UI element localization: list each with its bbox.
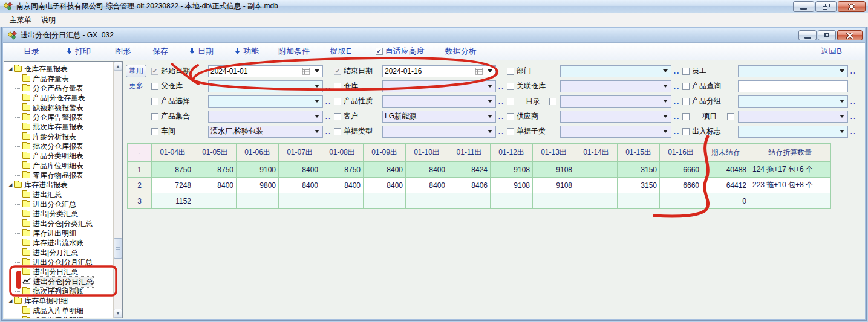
browse-dots[interactable]: .. xyxy=(496,127,507,136)
filter-checkbox-部门[interactable] xyxy=(507,68,514,75)
filter-checkbox-产品查询[interactable] xyxy=(682,83,690,90)
browse-dots[interactable]: .. xyxy=(848,112,859,121)
filter-checkbox-车间[interactable] xyxy=(151,128,158,135)
data-cell[interactable] xyxy=(194,193,237,209)
data-cell[interactable]: 7248 xyxy=(152,178,194,193)
scroll-down-icon[interactable]: ▼ xyxy=(114,309,122,318)
data-cell[interactable]: 8400 xyxy=(321,178,364,193)
dropdown-arrow-icon[interactable] xyxy=(663,130,668,133)
dropdown-arrow-icon[interactable] xyxy=(315,69,319,72)
tree-item-分仓产品存量表[interactable]: 分仓产品存量表 xyxy=(15,83,113,93)
data-cell[interactable] xyxy=(321,193,364,209)
browse-dots[interactable]: .. xyxy=(323,127,334,136)
toolbar-item-日期[interactable]: 日期 xyxy=(189,46,214,57)
browse-dots[interactable]: .. xyxy=(671,112,682,121)
data-cell[interactable]: 9108 xyxy=(533,178,575,193)
toolbar-item-目录[interactable]: 目录 xyxy=(24,46,39,57)
filter-checkbox-结束日期[interactable] xyxy=(334,68,341,75)
filter-extra-checkbox-项目[interactable] xyxy=(727,113,734,120)
filter-checkbox-目录[interactable] xyxy=(507,98,514,105)
dropdown-单据子类[interactable] xyxy=(560,126,671,138)
data-cell[interactable]: 9108 xyxy=(533,162,575,178)
data-cell[interactable]: 8750 xyxy=(321,162,364,178)
dropdown-arrow-icon[interactable] xyxy=(840,100,844,103)
dropdown-供应商[interactable] xyxy=(560,111,671,123)
dropdown-arrow-icon[interactable] xyxy=(315,100,319,103)
browse-dots[interactable]: .. xyxy=(323,97,334,106)
tree-item-进出|分类汇总[interactable]: 进出|分类汇总 xyxy=(15,209,113,219)
browse-dots[interactable]: .. xyxy=(496,112,507,121)
data-cell[interactable] xyxy=(575,178,618,193)
restore-button[interactable] xyxy=(815,1,837,12)
dropdown-产品性质[interactable] xyxy=(382,95,496,108)
tree-group-库存单据明细[interactable]: ◢库存单据明细 xyxy=(7,296,113,306)
dropdown-单据类型[interactable] xyxy=(382,126,496,138)
data-cell[interactable]: 9800 xyxy=(237,178,279,193)
toolbar-item-图形[interactable]: 图形 xyxy=(115,46,131,57)
tree-item-进出|分月汇总[interactable]: 进出|分月汇总 xyxy=(15,248,113,257)
browse-dots[interactable]: .. xyxy=(671,67,682,76)
browse-dots[interactable]: .. xyxy=(496,82,507,91)
row-number-cell[interactable]: 2 xyxy=(128,178,152,193)
child-close-button[interactable] xyxy=(837,30,863,40)
dropdown-车间[interactable]: 溧水厂,检验包装 xyxy=(208,126,323,138)
child-minimize-button[interactable] xyxy=(798,30,817,40)
data-cell[interactable]: 9100 xyxy=(237,162,279,178)
data-cell[interactable]: 8750 xyxy=(152,162,194,178)
data-cell[interactable]: 8400 xyxy=(406,178,448,193)
browse-dots[interactable]: .. xyxy=(323,82,334,91)
dropdown-父仓库[interactable] xyxy=(208,80,323,92)
data-cell[interactable]: 1152 xyxy=(152,193,194,209)
data-cell[interactable] xyxy=(406,193,448,209)
filter-checkbox-项目[interactable] xyxy=(682,113,690,120)
data-cell[interactable]: 8406 xyxy=(448,178,491,193)
dropdown-产品分组[interactable] xyxy=(738,95,848,108)
data-cell[interactable] xyxy=(533,193,575,209)
scrollbar-thumb[interactable] xyxy=(114,238,122,259)
data-cell[interactable] xyxy=(618,193,660,209)
data-cell[interactable]: 3150 xyxy=(618,162,660,178)
dropdown-arrow-icon[interactable] xyxy=(663,85,668,88)
filter-checkbox-员工[interactable] xyxy=(682,68,690,75)
data-cell[interactable]: 3150 xyxy=(618,178,660,193)
browse-dots[interactable]: .. xyxy=(848,67,859,76)
input-产品查询[interactable] xyxy=(738,80,848,92)
toolbar-item-打印[interactable]: 打印 xyxy=(66,46,91,57)
dropdown-arrow-icon[interactable] xyxy=(315,115,319,118)
toolbar-item-数据分析[interactable]: 数据分析 xyxy=(445,46,477,57)
dropdown-arrow-icon[interactable] xyxy=(663,100,668,103)
dropdown-arrow-icon[interactable] xyxy=(840,69,844,72)
date-field-起始日期[interactable]: 2024-01-01 xyxy=(208,65,323,77)
data-cell[interactable]: 8400 xyxy=(279,178,321,193)
browse-dots[interactable]: .. xyxy=(323,112,334,121)
data-cell[interactable]: 8750 xyxy=(194,162,237,178)
child-maximize-button[interactable] xyxy=(818,30,836,40)
browse-dots[interactable]: .. xyxy=(671,127,682,136)
dropdown-arrow-icon[interactable] xyxy=(488,115,492,118)
browse-dots[interactable]: .. xyxy=(496,97,507,106)
row-number-cell[interactable]: 1 xyxy=(128,162,152,178)
more-filters-link[interactable]: 更多 xyxy=(126,81,146,91)
tree-item-进出汇总[interactable]: 进出汇总 xyxy=(15,190,113,199)
browse-dots[interactable]: .. xyxy=(671,97,682,106)
toolbar-item-自适应高度[interactable]: 自适应高度 xyxy=(376,46,425,57)
data-cell[interactable]: 124 拖+17 包+6 个 xyxy=(749,162,831,178)
tree-item-库龄分析报表[interactable]: 库龄分析报表 xyxy=(15,132,113,141)
filter-checkbox-关联仓库[interactable] xyxy=(507,83,514,90)
tree-item-成品入库单明细[interactable]: 成品入库单明细 xyxy=(15,306,113,315)
toolbar-item-附加条件[interactable]: 附加条件 xyxy=(278,46,310,57)
tree-item-产品|分仓存量表[interactable]: 产品|分仓存量表 xyxy=(15,93,113,103)
data-cell[interactable]: 8400 xyxy=(364,162,406,178)
dropdown-关联仓库[interactable] xyxy=(560,80,671,92)
tree-item-批次库存量报表[interactable]: 批次库存量报表 xyxy=(15,122,113,132)
tree-item-进出分仓|分类汇总[interactable]: 进出分仓|分类汇总 xyxy=(15,219,113,228)
data-cell[interactable] xyxy=(575,193,618,209)
menu-item-主菜单[interactable]: 主菜单 xyxy=(5,14,36,27)
tree-expanded-icon[interactable]: ◢ xyxy=(7,298,14,304)
filter-checkbox-供应商[interactable] xyxy=(507,113,514,120)
tree-item-进出分仓|分日汇总[interactable]: 进出分仓|分日汇总 xyxy=(15,277,113,286)
tree-expanded-icon[interactable]: ◢ xyxy=(7,66,14,72)
tree-item-库存进出明细[interactable]: 库存进出明细 xyxy=(15,228,113,238)
tree-item-分仓库告警报表[interactable]: 分仓库告警报表 xyxy=(15,112,113,122)
data-cell[interactable] xyxy=(491,193,533,209)
